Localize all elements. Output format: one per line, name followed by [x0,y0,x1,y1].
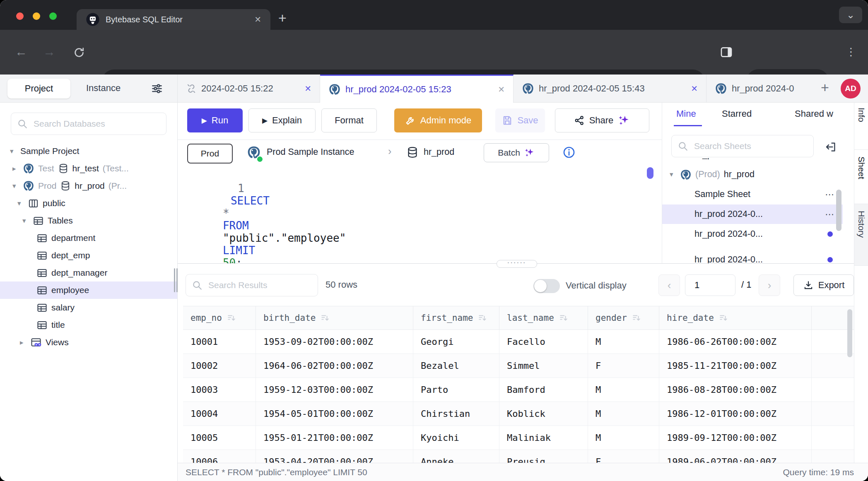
column-header[interactable]: emp_no [183,306,256,329]
cell[interactable]: 1964-06-02T00:00:00Z [256,354,413,378]
sheets-tab-mine[interactable]: Mine [676,108,696,119]
side-tab-sheet-active[interactable]: Sheet [854,150,868,204]
caret-right-icon[interactable]: ▸ [20,338,27,347]
cell[interactable]: Simmel [499,354,588,378]
column-header[interactable]: hire_date [659,306,812,329]
tree-item-table-salary[interactable]: salary [0,299,177,316]
cell[interactable]: 1955-01-21T00:00:00Z [256,426,413,450]
editor-tab-2-active[interactable]: hr_prod 2024-02-05 15:23 ✕ [320,75,514,103]
sort-icon[interactable] [719,313,728,322]
sidebar-tab-instance[interactable]: Instance [86,83,121,94]
search-results-input[interactable] [207,280,312,291]
tree-item-schema-public[interactable]: ▾ public [0,195,177,212]
cell[interactable]: 1986-08-28T00:00:00Z [659,378,812,402]
tree-item-db-hr-test[interactable]: ▸ Test hr_test (Test... [0,160,177,177]
next-page-button[interactable]: › [759,274,780,296]
caret-down-icon[interactable]: ▾ [22,216,29,225]
tab-close-icon[interactable]: ✕ [304,84,311,94]
side-tab-history[interactable]: History [854,204,868,266]
cell[interactable]: 1985-11-21T00:00:00Z [659,354,812,378]
sort-icon[interactable] [632,313,641,322]
table-row[interactable]: 100031959-12-03T00:00:00ZPartoBamfordM19… [183,378,854,402]
table-row[interactable]: 100021964-06-02T00:00:00ZBezalelSimmelF1… [183,354,854,378]
database-name[interactable]: hr_prod [424,147,454,157]
sidebar-tab-project[interactable]: Project [7,79,70,99]
cell[interactable]: 1989-06-02T00:00:00Z [659,450,812,463]
editor-tab-4[interactable]: hr_prod 2024-0 [706,75,816,103]
cell[interactable]: 1954-05-01T00:00:00Z [256,402,413,426]
tab-close-icon[interactable]: ✕ [498,84,505,94]
caret-down-icon[interactable]: ▾ [10,147,17,156]
sheets-tab-starred[interactable]: Starred [722,108,752,119]
sort-icon[interactable] [478,313,487,322]
column-header[interactable]: last_name [499,306,588,329]
table-scrollbar-thumb[interactable] [847,309,852,357]
filter-sliders-icon[interactable] [151,82,163,95]
column-header[interactable]: birth_date [256,306,413,329]
cell[interactable]: Parto [413,378,499,402]
admin-mode-button[interactable]: Admin mode [394,108,482,132]
cell[interactable]: Bamford [499,378,588,402]
vertical-display-toggle[interactable] [533,279,560,293]
side-panel-icon[interactable] [720,46,733,59]
cell[interactable]: 1986-06-26T00:00:00Z [659,330,812,354]
instance-name[interactable]: Prod Sample Instance [267,147,354,157]
cell[interactable]: 1989-09-12T00:00:00Z [659,426,812,450]
sheet-item-sample-sheet[interactable]: Sample Sheet ⋯ [662,185,843,204]
sheets-tab-shared[interactable]: Shared w [795,108,833,119]
cell[interactable]: 10002 [183,354,256,378]
cell[interactable]: F [588,450,659,463]
import-sheet-icon[interactable] [825,141,837,153]
tree-item-table-title[interactable]: title [0,316,177,334]
cell[interactable]: M [588,426,659,450]
add-sheet-button[interactable]: + [821,79,829,96]
tab-close-icon[interactable]: ✕ [691,84,698,94]
search-databases-input[interactable] [33,118,160,129]
table-row[interactable]: 100011953-09-02T00:00:00ZGeorgiFacelloM1… [183,330,854,354]
sort-icon[interactable] [559,313,568,322]
caret-down-icon[interactable]: ▾ [17,199,24,208]
cell[interactable]: 1959-12-03T00:00:00Z [256,378,413,402]
prev-page-button[interactable]: ‹ [658,274,680,296]
editor-tab-1[interactable]: 2024-02-05 15:22 ✕ [178,75,320,103]
cell[interactable]: 10006 [183,450,256,463]
explain-button[interactable]: ▶ Explain [248,108,316,132]
cell[interactable]: F [588,354,659,378]
window-minimize-button[interactable] [33,12,40,20]
save-button[interactable]: Save [495,108,545,132]
sheets-scrollbar-thumb[interactable] [836,190,841,231]
sort-icon[interactable] [321,313,330,322]
sql-editor[interactable]: 1 SELECT * FROM "public"."employee" LIMI… [178,166,662,263]
cell[interactable]: 10003 [183,378,256,402]
back-icon[interactable]: ← [15,45,27,59]
editor-tab-3[interactable]: hr_prod 2024-02-05 15:43 ✕ [514,75,706,103]
ai-sparkles-icon[interactable] [618,114,630,127]
sheet-item-selected[interactable]: hr_prod 2024-0... ⋯ [662,204,843,224]
table-row[interactable]: 100041954-05-01T00:00:00ZChirstianKoblic… [183,402,854,426]
forward-icon[interactable]: → [43,45,55,59]
cell[interactable]: Koblick [499,402,588,426]
search-databases-box[interactable] [11,113,166,135]
sheet-menu-icon[interactable]: ⋯ [825,209,834,220]
browser-tab[interactable]: Bytebase SQL Editor ✕ [77,9,270,30]
sheet-menu-icon[interactable]: ⋯ [825,189,834,200]
search-sheets-input[interactable] [693,141,808,152]
sheet-item-4-partial[interactable]: hr_prod 2024-0... [662,250,843,263]
export-button[interactable]: Export [793,274,854,296]
tree-item-db-hr-prod[interactable]: ▾ Prod hr_prod (Pr... [0,177,177,195]
cell[interactable]: M [588,402,659,426]
browser-menu-kebab-icon[interactable]: ⋮ [846,46,856,58]
cell[interactable]: 10005 [183,426,256,450]
cell[interactable]: 1953-09-02T00:00:00Z [256,330,413,354]
cell[interactable]: M [588,330,659,354]
page-number-input[interactable] [685,274,735,296]
sheet-item-3[interactable]: hr_prod 2024-0... [662,224,843,244]
table-row-partial[interactable]: 100061953-04-20T00:00:00ZAnnekePreusigF1… [183,450,854,463]
cell[interactable]: Maliniak [499,426,588,450]
format-button[interactable]: Format [321,108,377,132]
window-close-button[interactable] [16,12,24,20]
reload-icon[interactable] [73,46,85,59]
cell[interactable]: 10001 [183,330,256,354]
panel-drag-handle[interactable]: ······ [497,260,537,268]
caret-right-icon[interactable]: ▸ [12,164,19,173]
